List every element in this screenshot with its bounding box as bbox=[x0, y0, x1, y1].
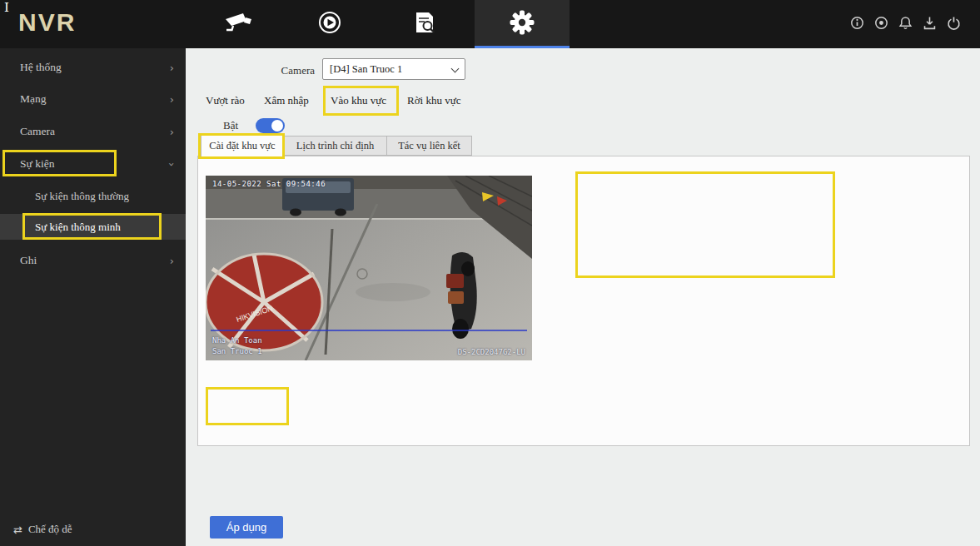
chevron-right-icon: › bbox=[170, 255, 174, 267]
nav-file-search-button[interactable] bbox=[387, 0, 464, 48]
sidebar-item-event[interactable]: Sự kiện › bbox=[0, 150, 186, 178]
tab-label: Vượt rào bbox=[206, 94, 245, 107]
osd-camera-name-line1: Nha An Toan bbox=[212, 336, 262, 345]
apply-button[interactable]: Áp dụng bbox=[210, 516, 283, 539]
chevron-down-icon bbox=[451, 65, 460, 73]
chevron-right-icon: › bbox=[170, 93, 174, 106]
sidebar-item-label: Ghi bbox=[20, 254, 37, 267]
record-button[interactable] bbox=[870, 0, 892, 48]
active-tab-underline bbox=[475, 46, 570, 48]
swap-mode-icon: ⇄ bbox=[13, 524, 22, 536]
nav-settings-button[interactable] bbox=[475, 0, 570, 48]
top-bar: NVR bbox=[0, 0, 980, 48]
street-scene-image: HIKVISION bbox=[206, 176, 532, 360]
sidebar-item-label: Sự kiện bbox=[20, 157, 54, 171]
camera-select-label: Camera bbox=[250, 64, 315, 77]
toggle-knob bbox=[271, 120, 283, 132]
subtab-label: Lịch trình chỉ định bbox=[296, 140, 374, 152]
subtab-label: Cài đặt khu vực bbox=[209, 140, 275, 152]
osd-camera-model: DS-2CD2047G2-LU bbox=[458, 348, 525, 356]
power-button[interactable] bbox=[943, 0, 964, 48]
easy-mode-label: Chế độ dễ bbox=[28, 523, 72, 536]
camera-preview-canvas[interactable]: HIKVISION 14-05-2022 Sat 09:54:46 Nha An… bbox=[206, 176, 532, 360]
export-button[interactable] bbox=[918, 0, 940, 48]
info-icon bbox=[850, 16, 864, 33]
sidebar-item-label: Sự kiện thông minh bbox=[35, 221, 121, 234]
osd-timestamp: 14-05-2022 Sat 09:54:46 bbox=[212, 180, 326, 188]
enable-label: Bật bbox=[223, 119, 238, 132]
app-logo: NVR bbox=[18, 8, 76, 37]
tab-label: Xâm nhập bbox=[264, 94, 309, 107]
camera-select-value: [D4] San Truoc 1 bbox=[330, 63, 402, 76]
sidebar-item-camera[interactable]: Camera › bbox=[0, 117, 186, 146]
sidebar-item-label: Camera bbox=[20, 125, 55, 138]
tab-label: Rời khu vực bbox=[407, 94, 460, 107]
settings-gear-icon bbox=[510, 10, 535, 38]
enable-toggle[interactable] bbox=[256, 118, 285, 133]
sidebar-item-label: Hệ thống bbox=[20, 61, 62, 74]
osd-camera-name-line2: San Truoc 1 bbox=[212, 347, 262, 355]
playback-icon bbox=[318, 11, 341, 37]
subtab-area-settings[interactable]: Cài đặt khu vực bbox=[201, 135, 284, 156]
easy-mode-toggle[interactable]: ⇄ Chế độ dễ bbox=[13, 523, 72, 536]
subtab-linkage-action[interactable]: Tác vụ liên kết bbox=[386, 136, 472, 156]
power-icon bbox=[947, 16, 961, 33]
text-cursor-artifact: I bbox=[4, 0, 9, 15]
sidebar-item-record[interactable]: Ghi › bbox=[0, 246, 186, 275]
sidebar-item-normal-event[interactable]: Sự kiện thông thường bbox=[0, 183, 186, 209]
chevron-right-icon: › bbox=[170, 126, 174, 138]
camera-icon bbox=[223, 11, 253, 37]
camera-select-dropdown[interactable]: [D4] San Truoc 1 bbox=[322, 58, 465, 80]
subtab-label: Tác vụ liên kết bbox=[398, 140, 460, 152]
sidebar-item-label: Mạng bbox=[20, 92, 47, 106]
bell-icon bbox=[898, 16, 913, 33]
record-icon bbox=[874, 16, 888, 33]
nav-live-view-button[interactable] bbox=[200, 0, 276, 48]
sidebar-item-system[interactable]: Hệ thống › bbox=[0, 53, 186, 82]
info-button[interactable] bbox=[846, 0, 868, 48]
alarm-button[interactable] bbox=[894, 0, 916, 48]
subtab-arming-schedule[interactable]: Lịch trình chỉ định bbox=[283, 136, 387, 156]
chevron-down-icon: › bbox=[166, 161, 178, 166]
download-icon bbox=[923, 16, 937, 33]
tab-region-entrance[interactable]: Vào khu vực bbox=[331, 94, 386, 107]
file-search-icon bbox=[415, 11, 436, 37]
chevron-right-icon: › bbox=[170, 62, 174, 74]
nav-playback-button[interactable] bbox=[291, 0, 368, 48]
sidebar-item-label: Sự kiện thông thường bbox=[35, 190, 129, 203]
tab-label: Vào khu vực bbox=[331, 94, 386, 107]
sidebar-item-network[interactable]: Mạng › bbox=[0, 85, 186, 113]
tab-region-exiting[interactable]: Rời khu vực bbox=[407, 94, 460, 107]
tab-line-crossing[interactable]: Vượt rào bbox=[206, 94, 245, 107]
sidebar-item-smart-event[interactable]: Sự kiện thông minh bbox=[0, 214, 186, 240]
sidebar: Hệ thống › Mạng › Camera › Sự kiện › Sự … bbox=[0, 48, 186, 546]
tab-intrusion[interactable]: Xâm nhập bbox=[264, 94, 309, 107]
